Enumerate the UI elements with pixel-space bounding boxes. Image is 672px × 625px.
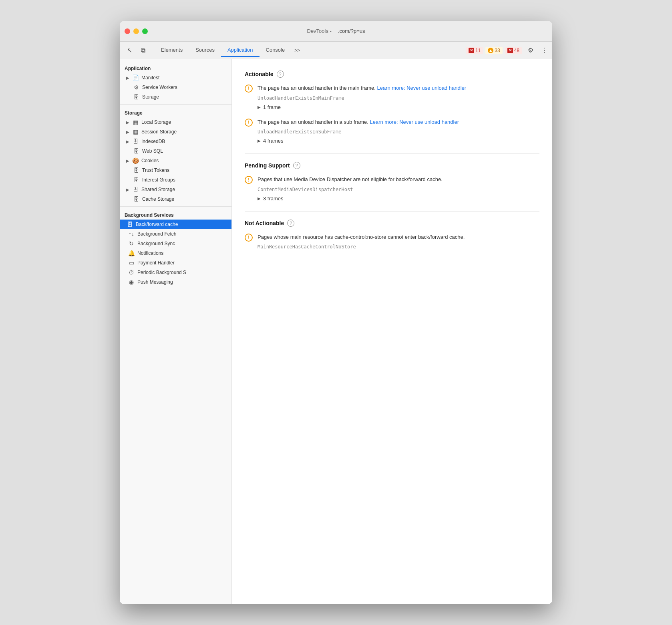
cookies-expand: ▶ xyxy=(126,159,129,163)
background-fetch-icon: ↑↓ xyxy=(128,231,135,237)
sidebar-item-manifest[interactable]: ▶ 📄 Manifest xyxy=(120,73,231,83)
toolbar-badges: ✕ 11 ▲ 33 ✕ 48 ⚙ ⋮ xyxy=(466,44,549,57)
issue-code-4: MainResourceHasCacheControlNoStore xyxy=(258,244,539,250)
device-icon: ⧉ xyxy=(141,47,145,54)
minimize-button[interactable] xyxy=(133,28,139,34)
indexeddb-icon: 🗄 xyxy=(132,138,139,145)
sidebar-item-web-sql[interactable]: 🗄 Web SQL xyxy=(120,146,231,156)
cache-storage-label: Cache Storage xyxy=(142,196,174,202)
tab-sources[interactable]: Sources xyxy=(189,44,221,57)
local-storage-expand: ▶ xyxy=(126,120,129,125)
toolbar: ↖ ⧉ Elements Sources Application Console… xyxy=(120,42,552,59)
title-bar: DevTools - .com/?p=us xyxy=(120,21,552,42)
issue-frames-1[interactable]: ▶ 1 frame xyxy=(258,104,539,110)
storage-app-icon: 🗄 xyxy=(133,94,140,100)
issue-text-1: The page has an unload handler in the ma… xyxy=(258,84,539,92)
manifest-icon: 📄 xyxy=(132,75,139,81)
issue-body-1: The page has an unload handler in the ma… xyxy=(258,84,539,110)
errors-badge[interactable]: ✕ 11 xyxy=(466,47,483,54)
devtools-title: DevTools - xyxy=(307,28,332,34)
indexeddb-label: IndexedDB xyxy=(141,139,165,144)
issue-link-1[interactable]: Learn more: Never use unload handler xyxy=(377,85,467,91)
issue-frames-2[interactable]: ▶ 4 frames xyxy=(258,138,539,144)
main-content: Application ▶ 📄 Manifest ⚙ Service Worke… xyxy=(120,59,552,604)
sidebar-item-service-workers[interactable]: ⚙ Service Workers xyxy=(120,83,231,92)
sidebar-item-trust-tokens[interactable]: 🗄 Trust Tokens xyxy=(120,165,231,175)
issue-text-2: The page has an unload handler in a sub … xyxy=(258,118,539,126)
more-tabs-button[interactable]: >> xyxy=(291,46,303,55)
service-workers-icon: ⚙ xyxy=(133,84,140,91)
sidebar-item-storage-app[interactable]: 🗄 Storage xyxy=(120,92,231,102)
pending-support-help-icon[interactable]: ? xyxy=(293,162,300,169)
interest-groups-icon: 🗄 xyxy=(133,177,140,183)
warning-icon-1: ! xyxy=(245,85,253,93)
frames-arrow-3: ▶ xyxy=(258,196,261,201)
divider-1 xyxy=(120,104,231,105)
sidebar-item-cache-storage[interactable]: 🗄 Cache Storage xyxy=(120,194,231,204)
issue-text-3: Pages that use Media Device Dispatcher a… xyxy=(258,175,539,183)
title-bar-center: DevTools - .com/?p=us xyxy=(307,28,365,34)
cursor-tool-button[interactable]: ↖ xyxy=(123,44,136,57)
sidebar-item-payment-handler[interactable]: ▭ Payment Handler xyxy=(120,258,231,268)
warnings-badge[interactable]: ▲ 33 xyxy=(485,47,502,54)
actionable-section: Actionable ? ! The page has an unload ha… xyxy=(245,71,539,144)
issue-code-3: ContentMediaDevicesDispatcherHost xyxy=(258,187,539,192)
maximize-button[interactable] xyxy=(142,28,148,34)
interest-groups-label: Interest Groups xyxy=(142,177,175,183)
actionable-help-icon[interactable]: ? xyxy=(277,71,284,78)
warning-icon-2: ! xyxy=(245,119,253,127)
sidebar-item-shared-storage[interactable]: ▶ 🗄 Shared Storage xyxy=(120,185,231,194)
shared-storage-expand: ▶ xyxy=(126,188,129,192)
more-options-button[interactable]: ⋮ xyxy=(539,44,549,57)
sidebar-item-background-sync[interactable]: ↻ Background Sync xyxy=(120,239,231,248)
back-forward-cache-icon: 🗄 xyxy=(126,221,133,228)
tab-elements[interactable]: Elements xyxy=(155,44,189,57)
sidebar-item-background-fetch[interactable]: ↑↓ Background Fetch xyxy=(120,229,231,239)
shared-storage-label: Shared Storage xyxy=(141,187,175,192)
issues-badge[interactable]: ✕ 48 xyxy=(505,47,522,54)
trust-tokens-label: Trust Tokens xyxy=(142,167,169,173)
cursor-icon: ↖ xyxy=(127,46,132,54)
cookies-icon: 🍪 xyxy=(132,157,139,164)
sidebar-item-indexeddb[interactable]: ▶ 🗄 IndexedDB xyxy=(120,137,231,146)
not-actionable-help-icon[interactable]: ? xyxy=(287,220,294,227)
sidebar-item-interest-groups[interactable]: 🗄 Interest Groups xyxy=(120,175,231,185)
pending-support-title: Pending Support xyxy=(245,162,290,169)
issue-text-before-link-1: The page has an unload handler in the ma… xyxy=(258,85,376,91)
sidebar-item-back-forward-cache[interactable]: 🗄 Back/forward cache xyxy=(120,220,231,229)
settings-button[interactable]: ⚙ xyxy=(524,44,537,57)
local-storage-label: Local Storage xyxy=(141,119,171,125)
issue-text-before-link-2: The page has an unload handler in a sub … xyxy=(258,119,368,125)
local-storage-icon: ▦ xyxy=(132,119,139,125)
sidebar-item-session-storage[interactable]: ▶ ▦ Session Storage xyxy=(120,127,231,137)
push-messaging-label: Push Messaging xyxy=(137,279,173,285)
actionable-title: Actionable xyxy=(245,71,274,77)
sidebar-item-cookies[interactable]: ▶ 🍪 Cookies xyxy=(120,156,231,165)
toolbar-tabs: Elements Sources Application Console >> xyxy=(155,44,465,57)
issue-text-4: Pages whose main resource has cache-cont… xyxy=(258,233,539,241)
frames-label-1: 1 frame xyxy=(263,104,281,110)
sidebar-item-periodic-background[interactable]: ⏱ Periodic Background S xyxy=(120,268,231,277)
tab-console[interactable]: Console xyxy=(260,44,292,57)
issue-frames-3[interactable]: ▶ 3 frames xyxy=(258,196,539,202)
not-actionable-title: Not Actionable xyxy=(245,220,284,226)
device-toolbar-button[interactable]: ⧉ xyxy=(137,44,149,57)
notifications-icon: 🔔 xyxy=(128,250,135,256)
tab-application[interactable]: Application xyxy=(221,44,260,57)
background-sync-label: Background Sync xyxy=(137,241,175,246)
sidebar-item-push-messaging[interactable]: ◉ Push Messaging xyxy=(120,277,231,287)
web-sql-icon: 🗄 xyxy=(133,148,140,154)
divider-pending-not-actionable xyxy=(245,211,539,212)
frames-arrow-2: ▶ xyxy=(258,139,261,143)
sidebar-item-notifications[interactable]: 🔔 Notifications xyxy=(120,248,231,258)
toolbar-divider-1 xyxy=(152,46,152,55)
issue-body-4: Pages whose main resource has cache-cont… xyxy=(258,233,539,253)
issue-cache-control: ! Pages whose main resource has cache-co… xyxy=(245,233,539,253)
issue-body-2: The page has an unload handler in a sub … xyxy=(258,118,539,144)
errors-count: 11 xyxy=(475,48,481,53)
divider-actionable-pending xyxy=(245,153,539,154)
issue-link-2[interactable]: Learn more: Never use unload handler xyxy=(370,119,459,125)
more-vert-icon: ⋮ xyxy=(541,46,547,54)
close-button[interactable] xyxy=(125,28,130,34)
sidebar-item-local-storage[interactable]: ▶ ▦ Local Storage xyxy=(120,117,231,127)
